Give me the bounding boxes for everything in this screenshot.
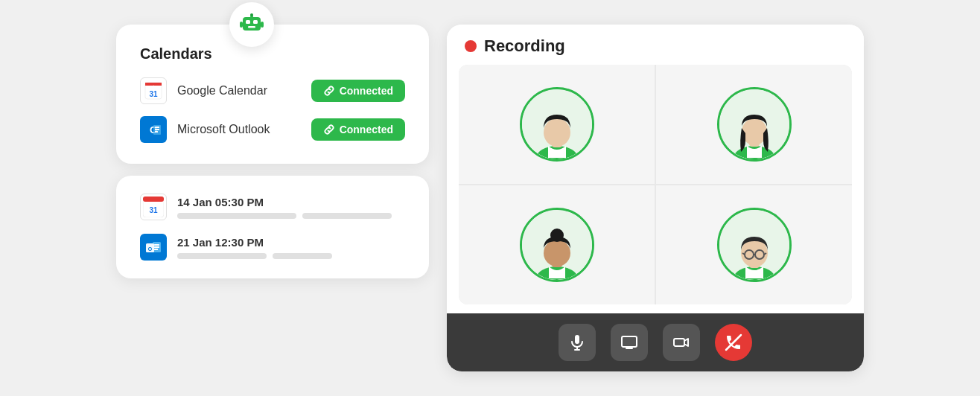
svg-rect-21 — [143, 197, 164, 202]
video-cell-3 — [459, 185, 655, 304]
svg-rect-6 — [240, 22, 243, 28]
participant-3-svg — [527, 220, 587, 280]
outlook-calendar-row: O Microsoft Outlook Connected — [140, 116, 405, 143]
svg-rect-3 — [248, 26, 255, 28]
end-call-button[interactable] — [715, 324, 752, 361]
screen-share-button[interactable] — [611, 324, 648, 361]
camera-button[interactable] — [663, 324, 700, 361]
video-cell-4 — [656, 185, 852, 304]
app-container: Calendars 31 ● Google Calendar — [116, 25, 864, 371]
participant-1-svg — [527, 100, 587, 159]
connector-icon — [229, 2, 274, 47]
event1-bar-2 — [302, 213, 392, 219]
svg-rect-17 — [155, 127, 159, 128]
avatar-3 — [520, 208, 594, 282]
svg-rect-48 — [575, 335, 579, 344]
event1-bar-1 — [177, 213, 296, 219]
link-icon-outlook — [323, 124, 335, 135]
svg-rect-7 — [261, 22, 264, 28]
google-connected-badge: Connected — [311, 80, 405, 102]
avatar-4 — [717, 208, 792, 282]
svg-rect-51 — [622, 336, 637, 347]
recording-label: Recording — [484, 36, 565, 56]
svg-text:●: ● — [152, 83, 154, 88]
svg-text:O: O — [148, 246, 153, 252]
event2-details: 21 Jan 12:30 PM — [177, 236, 405, 259]
recording-bar: Recording — [447, 25, 864, 65]
outlook-status-text: Connected — [340, 124, 393, 135]
svg-rect-54 — [674, 339, 684, 346]
video-cell-2 — [656, 65, 852, 184]
event-row-1: 31 14 Jan 05:30 PM — [140, 194, 405, 220]
svg-rect-26 — [154, 246, 159, 248]
svg-rect-1 — [246, 20, 250, 24]
svg-text:31: 31 — [149, 206, 158, 214]
left-panel: Calendars 31 ● Google Calendar — [116, 25, 429, 278]
event-row-2: O 21 Jan 12:30 PM — [140, 234, 405, 261]
events-card: 31 14 Jan 05:30 PM — [116, 176, 429, 278]
video-cell-1 — [459, 65, 655, 184]
event1-time: 14 Jan 05:30 PM — [177, 196, 405, 208]
google-calendar-name: Google Calendar — [177, 84, 301, 98]
mic-button[interactable] — [559, 324, 596, 361]
avatar-inner-1 — [522, 89, 592, 159]
svg-point-35 — [742, 118, 767, 145]
svg-point-5 — [250, 13, 253, 16]
svg-text:31: 31 — [149, 90, 158, 98]
svg-rect-27 — [154, 249, 158, 250]
svg-rect-2 — [253, 20, 258, 24]
event2-bar-2 — [273, 253, 332, 259]
event2-bar-1 — [177, 253, 267, 259]
outlook-calendar-name: Microsoft Outlook — [177, 123, 301, 136]
avatar-inner-4 — [719, 210, 789, 280]
google-status-text: Connected — [340, 85, 393, 97]
end-call-icon — [725, 333, 742, 351]
svg-rect-19 — [155, 131, 158, 132]
event2-icon: O — [140, 234, 167, 261]
avatar-1 — [520, 87, 594, 162]
video-call-panel: Recording — [447, 25, 864, 371]
google-calendar-icon: 31 ● — [140, 77, 167, 104]
avatar-inner-2 — [719, 89, 789, 159]
event2-time: 21 Jan 12:30 PM — [177, 236, 405, 249]
calendars-title: Calendars — [140, 45, 405, 63]
event1-details: 14 Jan 05:30 PM — [177, 196, 405, 219]
avatar-inner-3 — [522, 210, 592, 280]
svg-rect-0 — [243, 17, 261, 31]
control-bar — [447, 313, 864, 371]
participant-2-svg — [725, 100, 784, 159]
video-grid — [459, 65, 852, 304]
event1-icon: 31 — [140, 194, 167, 220]
svg-point-32 — [544, 118, 570, 147]
mic-icon — [568, 333, 586, 351]
outlook-calendar-icon: O — [140, 116, 167, 143]
link-icon-google — [323, 85, 335, 97]
screen-share-icon — [620, 333, 638, 351]
avatar-2 — [717, 87, 792, 162]
camera-icon — [672, 333, 690, 351]
outlook-connected-badge: Connected — [311, 118, 405, 141]
calendars-card: Calendars 31 ● Google Calendar — [116, 25, 429, 164]
svg-rect-18 — [155, 129, 159, 130]
svg-point-38 — [544, 240, 570, 266]
participant-4-svg — [725, 220, 784, 280]
google-calendar-row: 31 ● Google Calendar Connected — [140, 77, 405, 104]
recording-dot — [465, 40, 477, 52]
svg-rect-25 — [154, 244, 159, 246]
